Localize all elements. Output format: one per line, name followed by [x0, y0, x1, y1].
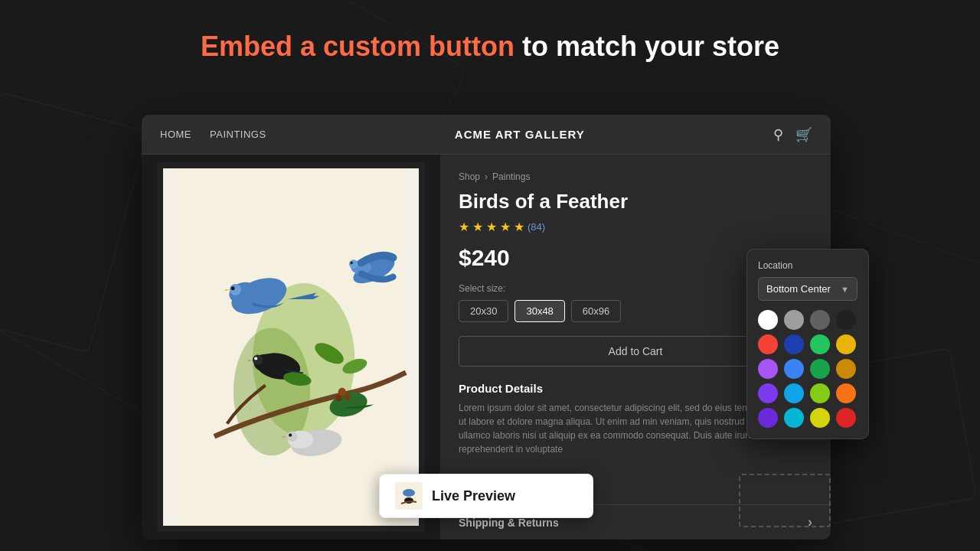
nav-icons: ⚲ 🛒 [773, 126, 812, 143]
svg-point-21 [344, 393, 350, 399]
size-30x48[interactable]: 30x48 [514, 300, 564, 322]
dropdown-chevron-icon: ▼ [841, 285, 849, 294]
color-swatch-2[interactable] [810, 310, 830, 330]
color-swatch-3[interactable] [836, 310, 856, 330]
size-20x30[interactable]: 20x30 [459, 300, 508, 322]
painting-svg [163, 168, 419, 526]
hero-title-accent: Embed a custom button [201, 31, 514, 62]
star-2: ★ [472, 220, 483, 234]
corner-decoration-tl [0, 92, 148, 354]
star-3: ★ [486, 220, 497, 234]
thumbnail-svg [395, 482, 423, 510]
breadcrumb-category: Paintings [492, 171, 530, 182]
svg-point-5 [230, 284, 241, 295]
breadcrumb-sep: › [485, 171, 488, 182]
svg-point-13 [287, 432, 297, 442]
color-swatch-14[interactable] [810, 383, 830, 403]
location-selected: Bottom Center [766, 283, 831, 295]
cart-icon[interactable]: 🛒 [795, 126, 812, 143]
color-swatch-13[interactable] [784, 383, 804, 403]
color-grid [758, 310, 858, 428]
color-swatch-15[interactable] [836, 383, 856, 403]
shipping-chevron-icon: › [808, 514, 812, 530]
color-swatch-5[interactable] [784, 334, 804, 354]
color-swatch-0[interactable] [758, 310, 778, 330]
store-navbar: HOME PAINTINGS ACME ART GALLERY ⚲ 🛒 [142, 115, 831, 155]
color-swatch-17[interactable] [784, 408, 804, 428]
breadcrumb-shop: Shop [459, 171, 480, 182]
svg-point-14 [289, 433, 292, 436]
svg-point-24 [349, 259, 358, 269]
star-4: ★ [500, 220, 511, 234]
svg-point-27 [403, 489, 415, 497]
color-swatch-4[interactable] [758, 334, 778, 354]
search-icon[interactable]: ⚲ [773, 126, 783, 143]
svg-point-10 [254, 357, 257, 360]
review-count[interactable]: (84) [528, 221, 545, 233]
store-preview-card: HOME PAINTINGS ACME ART GALLERY ⚲ 🛒 [142, 115, 831, 540]
location-label: Location [758, 260, 858, 271]
svg-point-25 [351, 262, 353, 264]
color-swatch-16[interactable] [758, 408, 778, 428]
live-preview-thumbnail [395, 482, 423, 510]
size-60x96[interactable]: 60x96 [571, 300, 621, 322]
svg-point-20 [335, 395, 341, 401]
star-1: ★ [459, 220, 469, 234]
color-swatch-6[interactable] [810, 334, 830, 354]
color-swatch-18[interactable] [810, 408, 830, 428]
color-swatch-8[interactable] [758, 359, 778, 379]
live-preview-bar[interactable]: Live Preview [379, 474, 593, 518]
svg-point-19 [338, 388, 346, 396]
hero-title: Embed a custom button to match your stor… [0, 0, 980, 86]
nav-link-home[interactable]: HOME [160, 129, 191, 140]
color-swatch-19[interactable] [836, 408, 856, 428]
svg-point-6 [231, 286, 235, 290]
nav-links: HOME PAINTINGS [160, 129, 266, 140]
star-5: ★ [514, 220, 524, 234]
store-title: ACME ART GALLERY [266, 128, 773, 141]
svg-point-9 [253, 355, 263, 365]
color-swatch-11[interactable] [836, 359, 856, 379]
color-swatch-10[interactable] [810, 359, 830, 379]
color-swatch-7[interactable] [836, 334, 856, 354]
breadcrumb: Shop › Paintings [459, 171, 812, 182]
hero-title-rest: to match your store [514, 31, 779, 62]
color-swatch-9[interactable] [784, 359, 804, 379]
product-title: Birds of a Feather [459, 190, 812, 214]
color-swatch-12[interactable] [758, 383, 778, 403]
color-swatch-1[interactable] [784, 310, 804, 330]
live-preview-label: Live Preview [432, 488, 515, 504]
nav-link-paintings[interactable]: PAINTINGS [210, 129, 266, 140]
location-dropdown[interactable]: Bottom Center ▼ [758, 277, 858, 301]
star-rating: ★ ★ ★ ★ ★ (84) [459, 220, 812, 234]
color-panel: Location Bottom Center ▼ [746, 249, 869, 439]
